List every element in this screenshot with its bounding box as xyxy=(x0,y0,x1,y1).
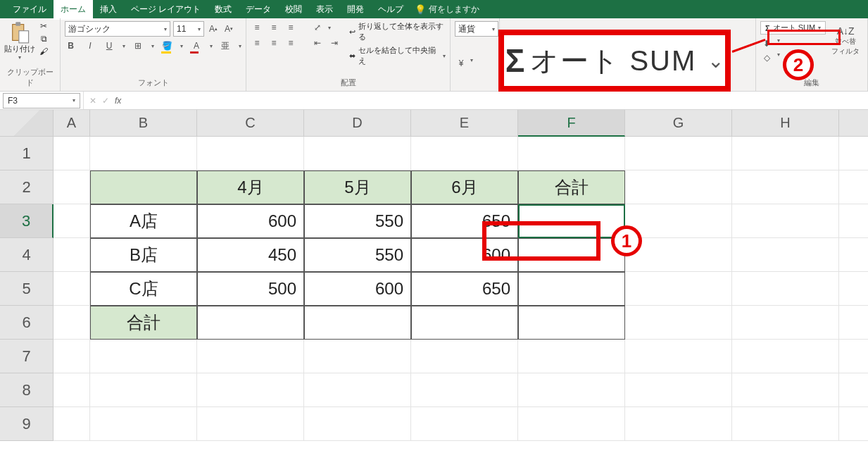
row-header-9[interactable]: 9 xyxy=(0,407,54,441)
cell[interactable] xyxy=(625,272,732,306)
cell[interactable] xyxy=(732,204,839,238)
cell[interactable]: 550 xyxy=(304,238,411,272)
tab-review[interactable]: 校閲 xyxy=(278,0,309,20)
align-right-button[interactable]: ≡ xyxy=(284,37,297,49)
cell[interactable] xyxy=(518,340,625,373)
col-header-E[interactable]: E xyxy=(411,110,518,137)
font-name-select[interactable]: 游ゴシック▾ xyxy=(65,21,170,37)
cell[interactable] xyxy=(411,306,518,340)
cell[interactable] xyxy=(839,170,868,204)
row-header-1[interactable]: 1 xyxy=(0,137,54,170)
col-header-C[interactable]: C xyxy=(197,110,304,137)
format-painter-button[interactable]: 🖌 xyxy=(38,46,49,56)
cell[interactable] xyxy=(732,407,839,441)
cell[interactable] xyxy=(197,373,304,407)
cell[interactable] xyxy=(411,137,518,170)
worksheet-grid[interactable]: A B C D E F G H I 1 2 4月 5月 6月 合計 3 A店 6… xyxy=(0,110,868,441)
copy-button[interactable]: ⧉ xyxy=(38,34,49,44)
cell[interactable] xyxy=(625,137,732,170)
row-header-4[interactable]: 4 xyxy=(0,238,54,272)
align-middle-button[interactable]: ≡ xyxy=(268,21,280,34)
cell[interactable] xyxy=(304,373,411,407)
cell[interactable] xyxy=(625,340,732,373)
cell[interactable] xyxy=(54,373,90,407)
cell[interactable] xyxy=(839,306,868,340)
cell[interactable] xyxy=(625,373,732,407)
cell[interactable] xyxy=(411,373,518,407)
col-header-I[interactable]: I xyxy=(839,110,868,137)
font-size-select[interactable]: 11▾ xyxy=(173,21,204,37)
cut-button[interactable]: ✂ xyxy=(38,21,49,31)
cell[interactable] xyxy=(54,137,90,170)
cell[interactable] xyxy=(732,272,839,306)
phonetic-button[interactable]: 亜 xyxy=(220,39,232,52)
cell[interactable]: A店 xyxy=(90,204,197,238)
tab-view[interactable]: 表示 xyxy=(309,0,340,20)
cell[interactable]: 650 xyxy=(411,272,518,306)
cancel-icon[interactable]: ✕ xyxy=(89,96,96,106)
row-header-6[interactable]: 6 xyxy=(0,306,54,340)
cell[interactable] xyxy=(411,340,518,373)
cell[interactable] xyxy=(54,340,90,373)
cell[interactable]: 合計 xyxy=(518,170,625,204)
cell[interactable]: 合計 xyxy=(90,306,197,340)
clear-button[interactable]: ◇ xyxy=(760,51,773,64)
fill-color-button[interactable]: 🪣 xyxy=(161,39,173,52)
font-color-button[interactable]: A xyxy=(190,39,202,52)
cell[interactable] xyxy=(304,306,411,340)
paste-button[interactable]: 貼り付け ▾ xyxy=(4,21,35,61)
cell[interactable] xyxy=(839,204,868,238)
cell[interactable] xyxy=(90,373,197,407)
col-header-A[interactable]: A xyxy=(54,110,90,137)
cell[interactable]: 450 xyxy=(197,238,304,272)
cell[interactable] xyxy=(197,306,304,340)
cell[interactable] xyxy=(54,272,90,306)
cell[interactable] xyxy=(304,340,411,373)
cell[interactable] xyxy=(839,340,868,373)
cell[interactable]: 4月 xyxy=(197,170,304,204)
fx-icon[interactable]: fx xyxy=(115,96,121,106)
cell[interactable]: C店 xyxy=(90,272,197,306)
cell[interactable] xyxy=(90,340,197,373)
tab-file[interactable]: ファイル xyxy=(6,0,54,20)
cell[interactable] xyxy=(518,373,625,407)
cell[interactable] xyxy=(732,137,839,170)
cell[interactable] xyxy=(839,373,868,407)
merge-center-button[interactable]: ⬌セルを結合して中央揃え▾ xyxy=(349,45,446,66)
cell[interactable]: 600 xyxy=(304,272,411,306)
cell[interactable] xyxy=(304,137,411,170)
col-header-G[interactable]: G xyxy=(625,110,732,137)
row-header-8[interactable]: 8 xyxy=(0,373,54,407)
decrease-indent-button[interactable]: ⇤ xyxy=(311,37,324,49)
cell[interactable] xyxy=(54,238,90,272)
tab-help[interactable]: ヘルプ xyxy=(371,0,410,20)
cell[interactable] xyxy=(197,137,304,170)
tab-page-layout[interactable]: ページ レイアウト xyxy=(124,0,208,20)
orientation-button[interactable]: ⤢ xyxy=(311,21,324,34)
number-format-select[interactable]: 通貨▾ xyxy=(455,21,498,37)
cell[interactable] xyxy=(839,407,868,441)
wrap-text-button[interactable]: ↩折り返して全体を表示する xyxy=(349,21,446,42)
tab-data[interactable]: データ xyxy=(239,0,278,20)
cell[interactable] xyxy=(304,407,411,441)
cell[interactable] xyxy=(197,407,304,441)
cell[interactable] xyxy=(732,373,839,407)
cell[interactable] xyxy=(518,306,625,340)
increase-font-button[interactable]: A▴ xyxy=(207,23,220,35)
cell[interactable] xyxy=(197,340,304,373)
col-header-D[interactable]: D xyxy=(304,110,411,137)
cell[interactable] xyxy=(518,407,625,441)
increase-indent-button[interactable]: ⇥ xyxy=(328,37,341,49)
cell[interactable] xyxy=(625,204,732,238)
cell[interactable] xyxy=(411,407,518,441)
accounting-button[interactable]: ¥ xyxy=(455,57,467,70)
cell[interactable]: 550 xyxy=(304,204,411,238)
cell[interactable] xyxy=(732,340,839,373)
row-header-5[interactable]: 5 xyxy=(0,272,54,306)
cell[interactable] xyxy=(90,170,197,204)
align-bottom-button[interactable]: ≡ xyxy=(284,21,297,34)
align-left-button[interactable]: ≡ xyxy=(251,37,263,49)
decrease-font-button[interactable]: A▾ xyxy=(222,23,235,35)
cell[interactable] xyxy=(625,407,732,441)
italic-button[interactable]: I xyxy=(84,39,96,52)
